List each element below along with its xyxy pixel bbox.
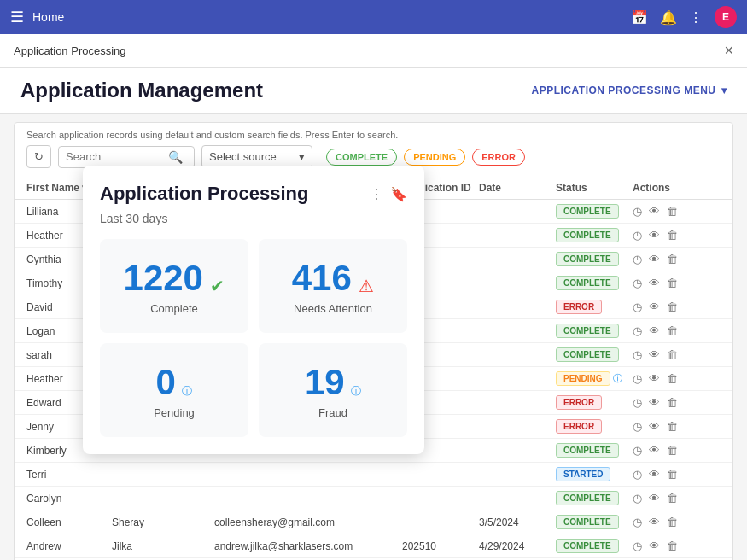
top-nav: ☰ Home 📅 🔔 ⋮ E — [0, 0, 747, 34]
stat-complete-number: 1220 ✔︎ — [124, 258, 225, 299]
content-area: Search application records using default… — [14, 122, 733, 560]
window-header: Application Processing × — [0, 34, 747, 68]
popup-header: Application Processing ⋮ 🔖 — [100, 183, 407, 205]
stat-attention-label: Needs Attention — [294, 302, 372, 315]
close-button[interactable]: × — [724, 42, 733, 60]
popup-subtitle: Last 30 days — [100, 212, 407, 225]
info-circle-icon-pending: ⓘ — [182, 385, 192, 397]
stat-pending-number: 0 ⓘ — [156, 362, 193, 403]
stat-attention-number: 416 ⚠︎ — [292, 258, 375, 299]
info-circle-icon-fraud: ⓘ — [351, 385, 361, 397]
popup-overlay: Application Processing ⋮ 🔖 Last 30 days … — [15, 123, 732, 560]
stat-pending-label: Pending — [154, 406, 195, 419]
calendar-icon[interactable]: 📅 — [631, 9, 648, 26]
user-avatar[interactable]: E — [715, 6, 737, 28]
app-processing-menu-button[interactable]: APPLICATION PROCESSING MENU ▾ — [532, 85, 727, 96]
page-title: Application Management — [20, 79, 263, 102]
stat-fraud-number: 19 ⓘ — [305, 362, 361, 403]
stats-grid: 1220 ✔︎ Complete 416 ⚠︎ Needs Attention — [100, 239, 407, 437]
window-title: Application Processing — [14, 44, 126, 57]
bell-icon[interactable]: 🔔 — [660, 9, 677, 26]
page-header: Application Management APPLICATION PROCE… — [0, 68, 747, 114]
hamburger-icon[interactable]: ☰ — [10, 8, 24, 26]
stat-fraud-label: Fraud — [318, 406, 347, 419]
popup-title: Application Processing — [100, 183, 309, 205]
stat-complete: 1220 ✔︎ Complete — [100, 239, 248, 333]
menu-label: APPLICATION PROCESSING MENU — [532, 85, 716, 96]
popup-actions: ⋮ 🔖 — [370, 186, 407, 202]
stat-attention: 416 ⚠︎ Needs Attention — [259, 239, 407, 333]
nav-left: ☰ Home — [10, 8, 64, 26]
nav-title: Home — [32, 10, 64, 24]
stat-pending: 0 ⓘ Pending — [100, 343, 248, 437]
check-circle-icon: ✔︎ — [210, 277, 225, 295]
nav-right: 📅 🔔 ⋮ E — [631, 6, 737, 28]
warning-circle-icon: ⚠︎ — [359, 277, 374, 295]
popup-more-button[interactable]: ⋮ — [370, 186, 383, 202]
popup-card: Application Processing ⋮ 🔖 Last 30 days … — [83, 166, 424, 454]
stat-fraud: 19 ⓘ Fraud — [259, 343, 407, 437]
apps-icon[interactable]: ⋮ — [689, 9, 703, 26]
chevron-down-icon: ▾ — [721, 85, 727, 96]
popup-bookmark-button[interactable]: 🔖 — [390, 186, 407, 202]
stat-complete-label: Complete — [150, 302, 198, 315]
